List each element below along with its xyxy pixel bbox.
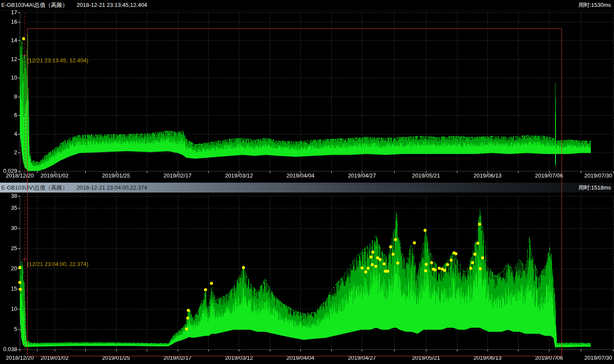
x-tick-label: 2019/01/02 (40, 355, 68, 361)
y-tick-label: 4 (0, 131, 17, 137)
trend-monitor-window: E-GB103\4A\总值（高频） 2018-12-21 23:13:45,12… (0, 0, 614, 364)
x-tick-label: 2019/01/25 (102, 172, 130, 179)
x-tick-label: 2019/02/17 (164, 172, 191, 179)
x-tick-label: 2019/04/04 (287, 355, 315, 361)
plot-canvas-4a[interactable] (0, 11, 614, 183)
x-tick-label: 2019/04/27 (348, 172, 376, 179)
x-tick-label: 2019/06/13 (474, 355, 502, 361)
trend-chart-3v: (12/21 23:04:00, 22.374) 383530252015105… (0, 193, 614, 364)
x-tick-label: 2019/05/21 (412, 355, 440, 361)
elapsed-time-3v: 用时:1518ms (578, 183, 611, 193)
y-tick-label: 8 (0, 93, 17, 100)
panel-header-4a[interactable]: E-GB103\4A\总值（高频） 2018-12-21 23:13:45,12… (0, 0, 614, 11)
plot-canvas-3v[interactable] (0, 193, 614, 364)
elapsed-time-4a: 用时:1530ms (578, 0, 611, 10)
y-tick-label: 20 (0, 265, 17, 272)
panel-header-3v-selected[interactable]: E-GB103\3V\总值（高频） 2018-12-21 23:04:00,22… (0, 183, 614, 193)
y-tick-label: 14 (0, 37, 17, 43)
trend-chart-4a: (12/21 23:13:45, 12.404) 171614121086420… (0, 11, 614, 183)
x-tick-label: 2018/12/20 (6, 172, 34, 179)
x-tick-label: 2019/07/30 (584, 355, 612, 361)
y-tick-label: 10 (0, 74, 17, 81)
y-tick-label: 15 (0, 285, 17, 292)
x-tick-label: 2019/03/12 (225, 355, 253, 361)
point-annotation-3v: (12/21 23:04:00, 22.374) (27, 261, 88, 267)
y-tick-label: 5 (0, 326, 17, 332)
y-tick-label: 2 (0, 149, 17, 156)
x-tick-label: 2019/01/02 (40, 172, 68, 179)
x-tick-label: 2019/03/12 (225, 172, 253, 179)
y-tick-label: 0.038 (0, 346, 17, 352)
x-tick-label: 2019/07/06 (535, 355, 563, 361)
y-tick-label: 10 (0, 306, 17, 312)
y-tick-label: 12 (0, 56, 17, 62)
x-tick-label: 2019/01/25 (102, 355, 130, 361)
x-tick-label: 2019/07/06 (535, 172, 563, 179)
y-tick-label: 16 (0, 18, 17, 25)
panel-title-3v: E-GB103\3V\总值（高频） (1, 183, 68, 193)
y-tick-label: 30 (0, 225, 17, 231)
y-tick-label: 38 (0, 193, 17, 199)
y-tick-label: 17 (0, 9, 17, 15)
x-tick-label: 2019/04/04 (287, 172, 315, 179)
x-tick-label: 2018/12/20 (6, 355, 34, 361)
x-tick-label: 2019/04/27 (348, 355, 376, 361)
y-tick-label: 6 (0, 112, 17, 118)
point-annotation-4a: (12/21 23:13:45, 12.404) (27, 57, 88, 64)
y-tick-label: 25 (0, 245, 17, 251)
x-tick-label: 2019/02/17 (164, 355, 191, 361)
y-tick-label: 35 (0, 205, 17, 211)
x-tick-label: 2019/05/21 (412, 172, 440, 179)
cursor-timestamp-4a: 2018-12-21 23:13:45,12.404 (77, 0, 147, 10)
x-tick-label: 2019/07/30 (584, 172, 612, 179)
x-tick-label: 2019/06/13 (474, 172, 502, 179)
cursor-timestamp-3v: 2018-12-21 23:04:00,22.374 (77, 183, 147, 193)
